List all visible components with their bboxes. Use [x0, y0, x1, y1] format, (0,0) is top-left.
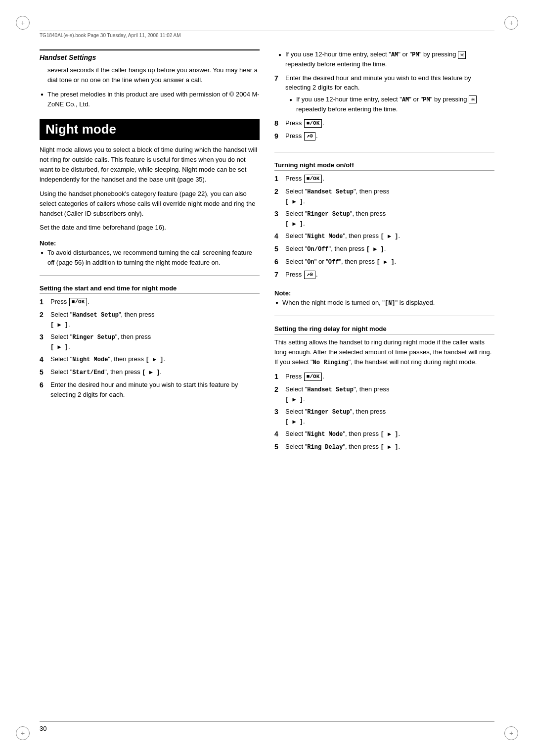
step-7-content: Enter the desired hour and minute you wi…	[285, 73, 494, 116]
on-off-step-6-content: Select "On" or "Off", then press [ ▶ ].	[285, 257, 494, 267]
ok-button-icon4: ■/OK	[304, 373, 322, 381]
ok-button-icon: ■/OK	[69, 298, 87, 306]
step-3: 3 Select "Ringer Setup", then press [ ▶ …	[40, 332, 260, 352]
step-1-num: 1	[40, 297, 48, 307]
bullet-melodies: The preset melodies in this product are …	[40, 90, 260, 109]
step-2-content: Select "Handset Setup", then press [ ▶ ]…	[50, 310, 260, 330]
subsection-on-off-heading: Turning night mode on/off	[274, 161, 494, 171]
ring-delay-step-5: 5 Select "Ring Delay", then press [ ▶ ].	[274, 442, 494, 452]
on-off-steps-list: 1 Press ■/OK. 2 Select "Handset Setup", …	[274, 174, 494, 283]
ok-button-icon2: ■/OK	[304, 119, 322, 128]
star-key-icon2: ✳	[469, 95, 477, 103]
ring-delay-step-1-content: Press ■/OK.	[285, 372, 494, 381]
step-2: 2 Select "Handset Setup", then press [ ▶…	[40, 310, 260, 330]
subsection-start-end-label: Setting the start and end time for night…	[40, 284, 177, 292]
note2-label: Note:	[274, 289, 494, 297]
step-3-content: Select "Ringer Setup", then press [ ▶ ].	[50, 332, 260, 352]
reg-mark-tl	[16, 16, 30, 30]
ring-delay-step-2-content: Select "Handset Setup", then press [ ▶ ]…	[285, 384, 494, 404]
divider1	[40, 275, 260, 276]
step-8-content: Press ■/OK.	[285, 118, 494, 128]
on-off-step-1-content: Press ■/OK.	[285, 174, 494, 184]
step-1-content: Press ■/OK.	[50, 297, 260, 307]
step-9-content: Press ↗⊙.	[285, 131, 494, 141]
on-off-step-6: 6 Select "On" or "Off", then press [ ▶ ]…	[274, 257, 494, 267]
reg-mark-br	[504, 726, 518, 740]
on-off-step-7-num: 7	[274, 270, 283, 280]
page-footer: 30	[40, 721, 494, 732]
step-4-content: Select "Night Mode", then press [ ▶ ].	[50, 354, 260, 364]
on-off-step-5: 5 Select "On/Off", then press [ ▶ ].	[274, 244, 494, 254]
ring-delay-step-5-content: Select "Ring Delay", then press [ ▶ ].	[285, 442, 494, 452]
am-pm-bullet: If you use 12-hour time entry, select "A…	[274, 49, 494, 69]
step-7: 7 Enter the desired hour and minute you …	[274, 73, 494, 116]
step-5: 5 Select "Start/End", then press [ ▶ ].	[40, 367, 260, 378]
ring-delay-step-2-num: 2	[274, 384, 283, 395]
step-2-num: 2	[40, 310, 48, 320]
step-6-content: Enter the desired hour and minute you wi…	[50, 380, 260, 399]
ring-delay-step-5-num: 5	[274, 442, 283, 452]
step-4-num: 4	[40, 354, 48, 365]
on-off-step-7-content: Press ↗⊙.	[285, 270, 494, 280]
start-end-steps-list: 1 Press ■/OK. 2 Select "Handset Setup", …	[40, 297, 260, 402]
ring-delay-step-4: 4 Select "Night Mode", then press [ ▶ ].	[274, 429, 494, 439]
ring-delay-step-4-num: 4	[274, 429, 283, 439]
on-off-step-3-content: Select "Ringer Setup", then press [ ▶ ].	[285, 209, 494, 229]
on-off-step-1-num: 1	[274, 174, 283, 184]
step-3-num: 3	[40, 332, 48, 342]
note-bullet: To avoid disturbances, we recommend turn…	[40, 248, 260, 267]
step-4: 4 Select "Night Mode", then press [ ▶ ].	[40, 354, 260, 365]
right-steps-list-top: 7 Enter the desired hour and minute you …	[274, 73, 494, 144]
ring-delay-step-3-num: 3	[274, 407, 283, 417]
ring-delay-step-2: 2 Select "Handset Setup", then press [ ▶…	[274, 384, 494, 404]
file-info-text: TG1840AL(e-e).book Page 30 Tuesday, Apri…	[40, 33, 181, 38]
on-off-step-2-num: 2	[274, 187, 283, 197]
left-column: Handset Settings several seconds if the …	[40, 49, 260, 716]
note-label: Note:	[40, 239, 260, 247]
step-8: 8 Press ■/OK.	[274, 118, 494, 129]
on-off-step-5-content: Select "On/Off", then press [ ▶ ].	[285, 244, 494, 254]
night-mode-body1: Night mode allows you to select a block …	[40, 145, 260, 185]
note2-bullet: When the night mode is turned on, "[N]" …	[274, 298, 494, 308]
ok-button-icon3: ■/OK	[304, 175, 322, 183]
right-column: If you use 12-hour time entry, select "A…	[274, 49, 494, 716]
ring-delay-steps-list: 1 Press ■/OK. 2 Select "Handset Setup", …	[274, 372, 494, 455]
file-header: TG1840AL(e-e).book Page 30 Tuesday, Apri…	[40, 31, 494, 38]
step-6-num: 6	[40, 380, 48, 390]
on-off-step-2-content: Select "Handset Setup", then press [ ▶ ]…	[285, 187, 494, 206]
subsection-start-end-heading: Setting the start and end time for night…	[40, 284, 260, 294]
on-off-step-3: 3 Select "Ringer Setup", then press [ ▶ …	[274, 209, 494, 229]
reg-mark-tr	[504, 16, 518, 30]
on-off-step-1: 1 Press ■/OK.	[274, 174, 494, 184]
on-off-step-4: 4 Select "Night Mode", then press [ ▶ ].	[274, 231, 494, 241]
star-key-icon: ✳	[458, 51, 466, 59]
content-area: Handset Settings several seconds if the …	[40, 49, 494, 716]
step-9-num: 9	[274, 131, 283, 142]
section-heading: Handset Settings	[40, 49, 260, 61]
ring-delay-step-4-content: Select "Night Mode", then press [ ▶ ].	[285, 429, 494, 439]
on-off-step-2: 2 Select "Handset Setup", then press [ ▶…	[274, 187, 494, 206]
ring-delay-step-3-content: Select "Ringer Setup", then press [ ▶ ].	[285, 407, 494, 426]
ring-delay-body: This setting allows the handset to ring …	[274, 337, 494, 368]
on-off-step-5-num: 5	[274, 244, 283, 254]
step-7-num: 7	[274, 73, 283, 84]
on-off-step-7: 7 Press ↗⊙.	[274, 270, 494, 280]
ring-delay-step-3: 3 Select "Ringer Setup", then press [ ▶ …	[274, 407, 494, 426]
on-off-step-4-num: 4	[274, 231, 283, 241]
night-mode-body2: Using the handset phonebook's category f…	[40, 189, 260, 219]
night-mode-body3: Set the date and time beforehand (page 1…	[40, 223, 260, 233]
power-button-icon: ↗⊙	[304, 132, 315, 141]
step-1: 1 Press ■/OK.	[40, 297, 260, 307]
ring-delay-step-1: 1 Press ■/OK.	[274, 372, 494, 382]
subsection-ring-delay-label: Setting the ring delay for night mode	[274, 325, 387, 332]
ring-delay-step-1-num: 1	[274, 372, 283, 382]
subsection-ring-delay-heading: Setting the ring delay for night mode	[274, 325, 494, 334]
step-5-content: Select "Start/End", then press [ ▶ ].	[50, 367, 260, 377]
step-5-num: 5	[40, 367, 48, 378]
step-6: 6 Enter the desired hour and minute you …	[40, 380, 260, 399]
subsection-on-off-label: Turning night mode on/off	[274, 161, 354, 169]
night-mode-heading: Night mode	[40, 119, 260, 140]
step-7-sub: If you use 12-hour time entry, select "A…	[285, 94, 494, 114]
on-off-step-3-num: 3	[274, 209, 283, 219]
divider2	[274, 152, 494, 152]
